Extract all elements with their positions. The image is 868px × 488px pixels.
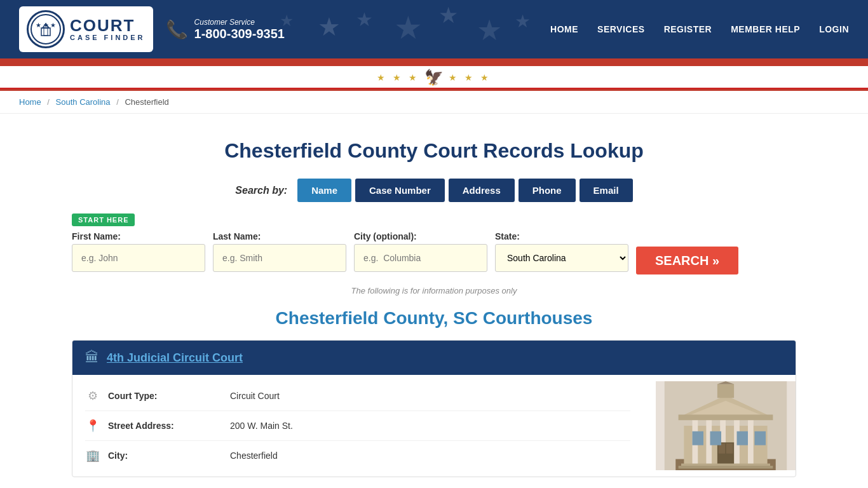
tab-name[interactable]: Name [297, 179, 351, 202]
search-button-label: SEARCH » [655, 254, 719, 268]
address-icon: 📍 [85, 419, 100, 433]
svg-rect-10 [44, 28, 48, 36]
stars-left: ★ ★ ★ [377, 72, 419, 83]
page-title: Chesterfield County Court Records Lookup [72, 139, 796, 163]
main-content: Chesterfield County Court Records Lookup… [53, 114, 815, 488]
eagle-emblem: ★ ★ ★ 🦅 ★ ★ ★ [377, 69, 491, 86]
courthouse-icon: 🏛 [85, 349, 99, 366]
start-here-badge: START HERE [72, 214, 135, 226]
svg-rect-26 [693, 431, 704, 445]
search-button[interactable]: SEARCH » [636, 247, 738, 274]
nav-services[interactable]: SERVICES [597, 24, 645, 34]
nav-login[interactable]: LOGIN [819, 24, 849, 34]
court-city-label: City: [108, 451, 222, 461]
eagle-icon: 🦅 [424, 69, 444, 86]
svg-rect-25 [726, 444, 733, 454]
phone-icon: 📞 [166, 19, 188, 40]
svg-text:★: ★ [438, 3, 458, 28]
court-card-header: 🏛 4th Judicial Circuit Court [72, 341, 796, 375]
court-type-value: Circuit Court [230, 391, 280, 401]
phone-number: 1-800-309-9351 [194, 27, 285, 41]
city-icon: 🏢 [85, 449, 100, 463]
court-details: ⚙ Court Type: Circuit Court 📍 Street Add… [72, 381, 643, 470]
svg-rect-33 [679, 466, 773, 468]
court-city-value: Chesterfield [230, 451, 278, 461]
stars-right: ★ ★ ★ [449, 72, 491, 83]
court-card: 🏛 4th Judicial Circuit Court ⚙ Court Typ… [72, 340, 796, 477]
first-name-input[interactable] [72, 244, 205, 272]
search-by-row: Search by: Name Case Number Address Phon… [72, 179, 796, 202]
court-name-link[interactable]: 4th Judicial Circuit Court [107, 351, 243, 365]
state-label: State: [495, 231, 628, 241]
breadcrumb: Home / South Carolina / Chesterfield [0, 91, 868, 114]
city-input[interactable] [354, 244, 487, 272]
breadcrumb-state[interactable]: South Carolina [56, 97, 111, 107]
state-select[interactable]: AlabamaAlaskaArizonaArkansasCaliforniaCo… [495, 244, 628, 272]
svg-rect-28 [737, 431, 749, 445]
svg-rect-27 [710, 431, 722, 445]
search-by-label: Search by: [235, 185, 287, 196]
last-name-input[interactable] [213, 244, 346, 272]
svg-rect-30 [717, 384, 734, 398]
first-name-label: First Name: [72, 231, 205, 241]
last-name-label: Last Name: [213, 231, 346, 241]
court-card-body: ⚙ Court Type: Circuit Court 📍 Street Add… [72, 375, 796, 477]
nav-register[interactable]: REGISTER [664, 24, 712, 34]
svg-text:★: ★ [318, 13, 341, 41]
tab-address[interactable]: Address [449, 179, 515, 202]
breadcrumb-sep-1: / [47, 97, 50, 107]
logo-icon: ★ ★ ★ [27, 10, 65, 48]
court-type-row: ⚙ Court Type: Circuit Court [85, 381, 630, 411]
info-note: The following is for information purpose… [72, 286, 796, 295]
breadcrumb-sep-2: / [116, 97, 119, 107]
court-image [656, 381, 796, 470]
svg-text:★: ★ [394, 10, 423, 46]
court-address-value: 200 W. Main St. [230, 421, 293, 431]
svg-text:★: ★ [356, 9, 373, 30]
tab-email[interactable]: Email [580, 179, 633, 202]
type-icon: ⚙ [85, 389, 100, 403]
site-header: ★ ★ ★ ★ ★ ★ ★ ★ ★ ★ COURT CASE FINDER [0, 0, 868, 58]
phone-section: 📞 Customer Service 1-800-309-9351 [166, 18, 285, 41]
logo-text: COURT CASE FINDER [70, 17, 146, 41]
breadcrumb-county: Chesterfield [125, 97, 168, 107]
tab-phone[interactable]: Phone [519, 179, 576, 202]
nav-member-help[interactable]: MEMBER HELP [731, 24, 800, 34]
city-group: City (optional): [354, 231, 487, 272]
svg-rect-19 [748, 417, 754, 464]
court-address-row: 📍 Street Address: 200 W. Main St. [85, 411, 630, 441]
svg-text:★: ★ [477, 15, 502, 46]
court-address-label: Street Address: [108, 421, 222, 431]
logo[interactable]: ★ ★ ★ COURT CASE FINDER [19, 6, 153, 52]
last-name-group: Last Name: [213, 231, 346, 272]
header-left: ★ ★ ★ COURT CASE FINDER 📞 Customer Servi… [19, 6, 285, 52]
phone-info: Customer Service 1-800-309-9351 [194, 18, 285, 41]
state-group: State: AlabamaAlaskaArizonaArkansasCalif… [495, 231, 628, 272]
svg-text:★: ★ [515, 11, 531, 31]
main-nav: HOME SERVICES REGISTER MEMBER HELP LOGIN [550, 24, 849, 34]
svg-rect-29 [755, 431, 766, 445]
city-label: City (optional): [354, 231, 487, 241]
court-city-row: 🏢 City: Chesterfield [85, 441, 630, 470]
svg-rect-22 [679, 415, 773, 421]
customer-service-label: Customer Service [194, 18, 285, 27]
emblem-bar: ★ ★ ★ 🦅 ★ ★ ★ [0, 66, 868, 89]
tab-case-number[interactable]: Case Number [355, 179, 445, 202]
logo-title: COURT [70, 17, 146, 34]
nav-home[interactable]: HOME [550, 24, 578, 34]
courthouses-title: Chesterfield County, SC Courthouses [72, 308, 796, 329]
red-ribbon-top [0, 58, 868, 66]
logo-subtitle: CASE FINDER [70, 34, 146, 41]
breadcrumb-home[interactable]: Home [19, 97, 41, 107]
svg-rect-9 [41, 28, 50, 36]
svg-point-7 [31, 15, 60, 44]
first-name-group: First Name: [72, 231, 205, 272]
court-type-label: Court Type: [108, 391, 222, 401]
search-form: First Name: Last Name: City (optional): … [72, 231, 796, 274]
